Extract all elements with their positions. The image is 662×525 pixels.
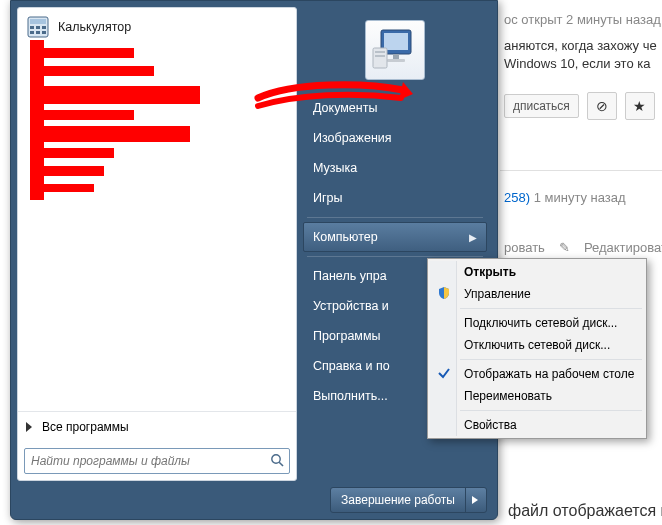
- comment-link[interactable]: ровать: [504, 240, 545, 255]
- svg-rect-4: [42, 26, 46, 29]
- answer-time: 1 минуту назад: [534, 190, 626, 205]
- user-picture-frame[interactable]: [303, 7, 487, 93]
- forbid-icon[interactable]: ⊘: [587, 92, 617, 120]
- context-item[interactable]: Открыть: [430, 261, 644, 283]
- redaction-mark: [44, 48, 134, 58]
- redaction-mark: [30, 126, 190, 142]
- redaction-mark: [44, 184, 94, 192]
- right-item-label: Программы: [313, 329, 381, 343]
- right-item-label: Компьютер: [313, 230, 378, 244]
- calculator-icon: [26, 15, 50, 39]
- all-programs[interactable]: Все программы: [18, 411, 296, 442]
- start-menu: Калькулятор Все программы: [10, 0, 498, 520]
- context-item-label: Отображать на рабочем столе: [464, 367, 634, 381]
- svg-rect-1: [30, 19, 46, 24]
- redaction-mark: [44, 148, 114, 158]
- redaction-mark: [44, 66, 154, 76]
- svg-rect-7: [42, 31, 46, 34]
- redaction-mark: [30, 40, 44, 200]
- svg-rect-6: [36, 31, 40, 34]
- star-icon[interactable]: ★: [625, 92, 655, 120]
- context-item[interactable]: Отключить сетевой диск...: [430, 334, 644, 356]
- right-item-игры[interactable]: Игры: [303, 183, 487, 213]
- search-icon: [265, 453, 289, 470]
- right-item-документы[interactable]: Документы: [303, 93, 487, 123]
- right-item-музыка[interactable]: Музыка: [303, 153, 487, 183]
- right-item-label: Панель упра: [313, 269, 387, 283]
- shield-icon: [435, 286, 453, 303]
- search-input[interactable]: [25, 454, 265, 468]
- context-menu: ОткрытьУправлениеПодключить сетевой диск…: [427, 258, 647, 439]
- context-item[interactable]: Свойства: [430, 414, 644, 436]
- program-label: Калькулятор: [58, 20, 131, 34]
- right-item-label: Выполнить...: [313, 389, 388, 403]
- svg-rect-5: [30, 31, 34, 34]
- context-item[interactable]: Подключить сетевой диск...: [430, 312, 644, 334]
- context-item-label: Переименовать: [464, 389, 552, 403]
- svg-line-9: [279, 462, 283, 466]
- page-snippet: файл отображается к: [508, 502, 662, 520]
- check-icon: [435, 366, 453, 383]
- question-body-line: аняются, когда захожу че: [504, 38, 657, 53]
- svg-rect-2: [30, 26, 34, 29]
- chevron-right-icon: [26, 422, 32, 432]
- edit-link[interactable]: Редактировать: [584, 240, 662, 255]
- svg-point-8: [272, 454, 280, 462]
- svg-rect-12: [393, 54, 399, 59]
- shutdown-options-arrow[interactable]: [465, 488, 486, 512]
- svg-marker-17: [472, 496, 478, 504]
- menu-separator: [307, 256, 483, 257]
- right-item-компьютер[interactable]: Компьютер▶: [303, 222, 487, 252]
- context-item-label: Управление: [464, 287, 531, 301]
- search-box[interactable]: [24, 448, 290, 474]
- menu-separator: [307, 217, 483, 218]
- redaction-mark: [30, 86, 200, 104]
- start-left-pane: Калькулятор Все программы: [17, 7, 297, 481]
- shutdown-button[interactable]: Завершение работы: [330, 487, 487, 513]
- context-separator: [460, 359, 642, 360]
- context-item[interactable]: Переименовать: [430, 385, 644, 407]
- svg-rect-3: [36, 26, 40, 29]
- question-body-line: Windows 10, если это ка: [504, 56, 650, 71]
- right-item-label: Документы: [313, 101, 377, 115]
- svg-rect-15: [375, 51, 385, 53]
- right-item-label: Устройства и: [313, 299, 389, 313]
- context-item[interactable]: Отображать на рабочем столе: [430, 363, 644, 385]
- user-rep[interactable]: 258): [504, 190, 530, 205]
- context-separator: [460, 308, 642, 309]
- pencil-icon: ✎: [559, 240, 570, 255]
- right-item-изображения[interactable]: Изображения: [303, 123, 487, 153]
- subscribe-button[interactable]: дписаться: [504, 94, 579, 118]
- all-programs-label: Все программы: [42, 420, 129, 434]
- svg-rect-13: [387, 59, 405, 62]
- context-item-label: Свойства: [464, 418, 517, 432]
- divider: [500, 170, 662, 171]
- chevron-right-icon: ▶: [469, 232, 477, 243]
- search-container: [18, 442, 296, 480]
- context-item-label: Отключить сетевой диск...: [464, 338, 610, 352]
- svg-rect-16: [375, 55, 385, 57]
- right-item-label: Изображения: [313, 131, 392, 145]
- question-asked-time: ос открыт 2 минуты назад: [504, 12, 661, 27]
- context-separator: [460, 410, 642, 411]
- right-item-label: Игры: [313, 191, 342, 205]
- answer-meta: 258) 1 минуту назад: [504, 190, 626, 205]
- context-item-label: Открыть: [464, 265, 516, 279]
- redaction-mark: [44, 166, 104, 176]
- context-item-label: Подключить сетевой диск...: [464, 316, 617, 330]
- program-item-calculator[interactable]: Калькулятор: [20, 12, 294, 42]
- context-item[interactable]: Управление: [430, 283, 644, 305]
- shutdown-label: Завершение работы: [331, 488, 465, 512]
- redaction-mark: [44, 110, 134, 120]
- recent-programs-list: Калькулятор: [18, 8, 296, 411]
- right-item-label: Музыка: [313, 161, 357, 175]
- svg-rect-11: [384, 33, 408, 50]
- computer-icon: [371, 28, 419, 72]
- right-item-label: Справка и по: [313, 359, 390, 373]
